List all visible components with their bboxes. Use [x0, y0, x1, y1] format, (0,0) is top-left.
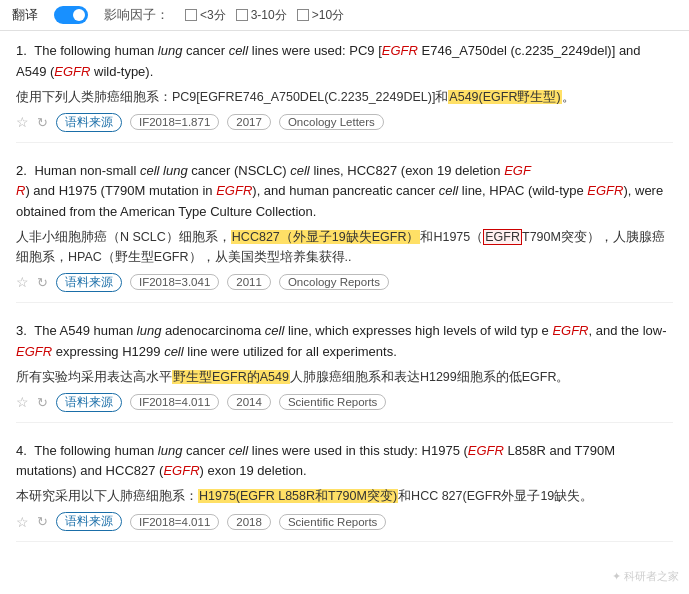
lung-2: lung [163, 163, 188, 178]
source-tag-4[interactable]: 语料来源 [56, 512, 122, 531]
filter-gt10[interactable]: >10分 [297, 7, 344, 24]
result-2-number: 2. [16, 163, 27, 178]
filter-3-10[interactable]: 3-10分 [236, 7, 287, 24]
checkbox-3-10[interactable] [236, 9, 248, 21]
result-4-chinese: 本研究采用以下人肺癌细胞系：H1975(EGFR L858R和T790M突变)和… [16, 486, 673, 506]
result-3-number: 3. [16, 323, 27, 338]
refresh-4[interactable]: ↻ [37, 514, 48, 529]
egfr-3b: EGFR [16, 344, 52, 359]
result-item-3: 3. The A549 human lung adenocarcinoma ce… [16, 321, 673, 423]
if-tag-3: IF2018=4.011 [130, 394, 219, 410]
if-tag-1: IF2018=1.871 [130, 114, 219, 130]
result-2-meta: ☆ ↻ 语料来源 IF2018=3.041 2011 Oncology Repo… [16, 273, 673, 292]
result-1-chinese: 使用下列人类肺癌细胞系：PC9[EGFRE746_A750DEL(C.2235_… [16, 87, 673, 107]
result-1-number: 1. [16, 43, 27, 58]
lung-1: lung [158, 43, 183, 58]
egfr-3a: EGFR [552, 323, 588, 338]
egfr-1b: EGFR [54, 64, 90, 79]
result-3-chinese: 所有实验均采用表达高水平野生型EGFR的A549人肺腺癌细胞系和表达H1299细… [16, 367, 673, 387]
result-item-2: 2. Human non-small cell lung cancer (NSC… [16, 161, 673, 303]
journal-tag-2: Oncology Reports [279, 274, 389, 290]
cell-3: cell [265, 323, 285, 338]
year-tag-4: 2018 [227, 514, 271, 530]
result-2-chinese: 人非小细胞肺癌（N SCLC）细胞系，HCC827（外显子19缺失EGFR）和H… [16, 227, 673, 267]
star-2[interactable]: ☆ [16, 274, 29, 290]
filter-group: <3分 3-10分 >10分 [185, 7, 344, 24]
source-tag-1[interactable]: 语料来源 [56, 113, 122, 132]
egfr-2c: EGFR [587, 183, 623, 198]
cell-2b: cell [290, 163, 310, 178]
cell-4: cell [229, 443, 249, 458]
journal-tag-4: Scientific Reports [279, 514, 386, 530]
lung-4: lung [158, 443, 183, 458]
translate-label: 翻译 [12, 6, 38, 24]
egfr-4b: EGFR [163, 463, 199, 478]
star-3[interactable]: ☆ [16, 394, 29, 410]
highlight-2b: EGFR [483, 229, 522, 245]
cell-2: cell [140, 163, 160, 178]
filter-lt3-label: <3分 [200, 7, 226, 24]
filter-label: 影响因子： [104, 6, 169, 24]
egfr-4a: EGFR [468, 443, 504, 458]
filter-lt3[interactable]: <3分 [185, 7, 226, 24]
star-1[interactable]: ☆ [16, 114, 29, 130]
refresh-2[interactable]: ↻ [37, 275, 48, 290]
result-3-english: 3. The A549 human lung adenocarcinoma ce… [16, 321, 673, 363]
source-tag-2[interactable]: 语料来源 [56, 273, 122, 292]
cell-2c: cell [439, 183, 459, 198]
results-container: 1. The following human lung cancer cell … [0, 31, 689, 570]
result-4-english: 4. The following human lung cancer cell … [16, 441, 673, 483]
refresh-3[interactable]: ↻ [37, 395, 48, 410]
egfr-2b: EGFR [216, 183, 252, 198]
result-4-number: 4. [16, 443, 27, 458]
watermark: ✦ 科研者之家 [612, 569, 679, 584]
egfr-1a: EGFR [382, 43, 418, 58]
journal-tag-3: Scientific Reports [279, 394, 386, 410]
year-tag-1: 2017 [227, 114, 271, 130]
result-1-meta: ☆ ↻ 语料来源 IF2018=1.871 2017 Oncology Lett… [16, 113, 673, 132]
year-tag-2: 2011 [227, 274, 271, 290]
lung-3: lung [137, 323, 162, 338]
cell-1: cell [229, 43, 249, 58]
result-3-meta: ☆ ↻ 语料来源 IF2018=4.011 2014 Scientific Re… [16, 393, 673, 412]
result-4-meta: ☆ ↻ 语料来源 IF2018=4.011 2018 Scientific Re… [16, 512, 673, 531]
filter-3-10-label: 3-10分 [251, 7, 287, 24]
source-tag-3[interactable]: 语料来源 [56, 393, 122, 412]
cell-3b: cell [164, 344, 184, 359]
result-1-english: 1. The following human lung cancer cell … [16, 41, 673, 83]
checkbox-lt3[interactable] [185, 9, 197, 21]
top-bar: 翻译 影响因子： <3分 3-10分 >10分 [0, 0, 689, 31]
result-2-english: 2. Human non-small cell lung cancer (NSC… [16, 161, 673, 223]
highlight-3: 野生型EGFR的A549 [172, 370, 290, 384]
star-4[interactable]: ☆ [16, 514, 29, 530]
checkbox-gt10[interactable] [297, 9, 309, 21]
result-item-4: 4. The following human lung cancer cell … [16, 441, 673, 543]
filter-gt10-label: >10分 [312, 7, 344, 24]
journal-tag-1: Oncology Letters [279, 114, 384, 130]
highlight-2a: HCC827（外显子19缺失EGFR） [231, 230, 421, 244]
highlight-4: H1975(EGFR L858R和T790M突变) [198, 489, 398, 503]
translate-toggle[interactable] [54, 6, 88, 24]
refresh-1[interactable]: ↻ [37, 115, 48, 130]
if-tag-4: IF2018=4.011 [130, 514, 219, 530]
year-tag-3: 2014 [227, 394, 271, 410]
result-item-1: 1. The following human lung cancer cell … [16, 41, 673, 143]
highlight-1: A549(EGFR野生型) [448, 90, 561, 104]
if-tag-2: IF2018=3.041 [130, 274, 219, 290]
